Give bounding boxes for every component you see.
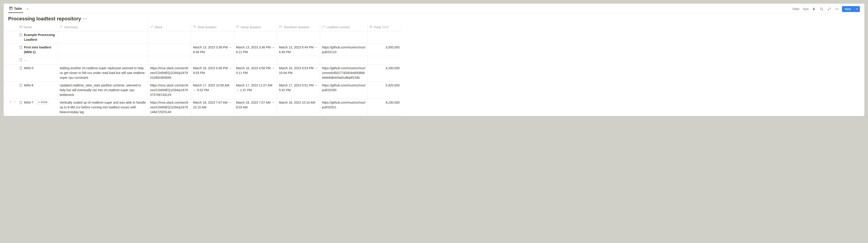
svg-point-17 [14, 101, 14, 101]
cell-ccv[interactable]: 4,330,000 [368, 64, 401, 82]
page-title[interactable]: Processing loadtest repository [8, 16, 81, 22]
cell-ccv[interactable] [368, 56, 401, 64]
cell-ccv[interactable]: 3,000,000 [368, 44, 401, 56]
add-row-icon[interactable] [9, 100, 12, 104]
row-title: MINI-5 [24, 66, 33, 71]
views-right: Filter Sort New [792, 6, 860, 12]
cell-teardown[interactable]: March 18, 2023 10:10 AM [277, 99, 320, 116]
number-prop-icon [369, 25, 373, 30]
cell-total[interactable] [191, 31, 234, 44]
cell-teardown[interactable]: March 13, 2023 6:44 PM → 6:49 PM [277, 44, 320, 56]
page-icon [19, 83, 23, 88]
col-label: Loadtest commit [327, 25, 350, 30]
new-button-chevron[interactable] [854, 7, 860, 11]
cell-name[interactable]: MINI-6 [17, 82, 58, 99]
row-title: MINI-7 [24, 100, 33, 105]
cell-ccv[interactable]: 8,230,000 [368, 99, 401, 116]
row-gutter [4, 64, 17, 82]
cell-commit[interactable] [320, 31, 368, 44]
col-teardown[interactable]: Teardown duration [277, 24, 320, 31]
row-gutter [4, 31, 17, 44]
cell-slack[interactable] [148, 56, 191, 64]
table-icon [9, 6, 13, 11]
cell-commit[interactable]: https://github.com/muxinc/mux/pull/20110 [320, 44, 368, 56]
views-left: Table [8, 5, 30, 13]
svg-rect-15 [279, 26, 282, 28]
cell-teardown[interactable]: March 16, 2023 9:53 PM → 10:04 PM [277, 64, 320, 82]
sort-button[interactable]: Sort [802, 6, 809, 12]
new-button[interactable]: New [842, 6, 860, 12]
gutter-header [4, 24, 17, 31]
cell-total[interactable]: March 16, 2023 4:56 PM → 9:53 PM [191, 64, 234, 82]
page-icon [19, 66, 23, 71]
view-tab-table[interactable]: Table [8, 5, 23, 13]
filter-button[interactable]: Filter [792, 6, 800, 12]
col-commit[interactable]: Loadtest commit [320, 24, 368, 31]
open-button[interactable]: OPEN [36, 100, 49, 105]
col-summary[interactable]: Summary [58, 24, 148, 31]
cell-setup[interactable]: March 17, 2023 11:07 AM → 1:37 PM [234, 82, 277, 99]
drag-handle-icon[interactable] [13, 100, 16, 104]
col-label: Teardown duration [283, 25, 309, 30]
table-scroll[interactable]: Name Summary Slack Total duration Setup … [4, 24, 864, 116]
cell-name[interactable]: MINI-5 [17, 64, 58, 82]
cell-setup[interactable]: March 13, 2023 3:36 PM → 6:21 PM [234, 44, 277, 56]
cell-slack[interactable] [148, 44, 191, 56]
col-slack[interactable]: Slack [148, 24, 191, 31]
cell-total[interactable] [191, 56, 234, 64]
cell-ccv[interactable]: 5,920,000 [368, 82, 401, 99]
row-title: First mini loadtest (MINI-1) [24, 45, 56, 55]
cell-name[interactable]: MINI-7OPEN [17, 99, 58, 116]
search-icon[interactable] [819, 6, 825, 12]
cell-total[interactable]: March 18, 2023 7:07 AM → 10:10 AM [191, 99, 234, 116]
cell-total[interactable]: March 17, 2023 10:56 AM → 5:52 PM [191, 82, 234, 99]
col-ccv[interactable]: Peak CCV [368, 24, 401, 31]
row-gutter [4, 56, 17, 64]
row-gutter [4, 82, 17, 99]
page-icon [19, 33, 23, 38]
col-name[interactable]: Name [17, 24, 58, 31]
cell-summary[interactable] [58, 56, 148, 64]
title-prop-icon [19, 25, 22, 30]
cell-name[interactable]: First mini loadtest (MINI-1) [17, 44, 58, 56]
cell-total[interactable]: March 13, 2023 3:36 PM → 6:49 PM [191, 44, 234, 56]
col-label: Slack [155, 25, 162, 30]
cell-setup[interactable]: March 18, 2023 7:07 AM → 8:03 AM [234, 99, 277, 116]
cell-teardown[interactable]: March 17, 2023 5:51 PM → 5:52 PM [277, 82, 320, 99]
cell-slack[interactable]: https://mux.slack.com/archives/C049NEQ1D… [148, 64, 191, 82]
svg-point-22 [15, 102, 16, 103]
cell-summary[interactable] [58, 31, 148, 44]
col-total[interactable]: Total duration [191, 24, 234, 31]
col-label: Peak CCV [374, 25, 389, 30]
cell-commit[interactable] [320, 56, 368, 64]
add-view-button[interactable] [25, 6, 30, 12]
cell-slack[interactable]: https://mux.slack.com/archives/C049NEQ1D… [148, 99, 191, 116]
cell-setup[interactable] [234, 56, 277, 64]
date-prop-icon [236, 25, 239, 30]
title-row: Processing loadtest repository ••• [4, 13, 864, 24]
cell-teardown[interactable] [277, 56, 320, 64]
cell-commit[interactable]: https://github.com/muxinc/mux/commit/d50… [320, 64, 368, 82]
cell-setup[interactable]: March 16, 2023 4:56 PM → 5:11 PM [234, 64, 277, 82]
cell-teardown[interactable] [277, 31, 320, 44]
cell-slack[interactable]: https://mux.slack.com/archives/C049NEQ1D… [148, 82, 191, 99]
cell-summary[interactable]: Adding another ch-realtime-super replica… [58, 64, 148, 82]
row-gutter [4, 44, 17, 56]
cell-summary[interactable]: Vertically scaled up ch-realtime-super a… [58, 99, 148, 116]
svg-rect-13 [237, 26, 239, 28]
cell-commit[interactable]: https://github.com/muxinc/mux/pull/20321 [320, 99, 368, 116]
col-setup[interactable]: Setup duration [234, 24, 277, 31]
cell-ccv[interactable] [368, 31, 401, 44]
cell-name[interactable]: Example Processing Loadtest [17, 31, 58, 44]
cell-commit[interactable]: https://github.com/muxinc/mux/pull/20290 [320, 82, 368, 99]
title-more-icon[interactable]: ••• [83, 17, 88, 21]
svg-point-18 [14, 102, 14, 102]
cell-summary[interactable]: Updated realtime_view_stats partition sc… [58, 82, 148, 99]
automation-icon[interactable] [811, 6, 817, 12]
cell-summary[interactable] [58, 44, 148, 56]
expand-icon[interactable] [827, 6, 832, 12]
cell-name[interactable]: … [17, 56, 58, 64]
cell-setup[interactable] [234, 31, 277, 44]
cell-slack[interactable] [148, 31, 191, 44]
more-icon[interactable] [834, 6, 840, 12]
